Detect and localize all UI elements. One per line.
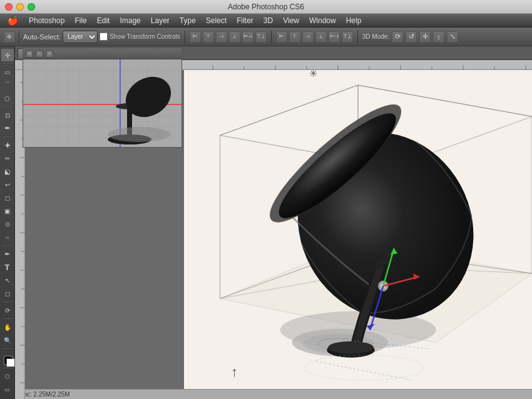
tool-brush[interactable]: ✏ [1,152,14,164]
tool-select-rect[interactable]: ▭ [1,66,14,78]
3d-mode-label: 3D Mode: [362,33,389,40]
maximize-button[interactable] [28,3,35,11]
tool-crop[interactable]: ⊡ [1,109,14,121]
menu-window[interactable]: Window [305,15,340,26]
auto-select-dropdown[interactable]: Layer Group [63,31,98,43]
tool-sep-6 [3,318,13,319]
canvas-area[interactable]: × Untitled-1 @ 100% (glass, RGB/8) * [15,46,532,399]
3d-pan-btn[interactable]: ✛ [419,31,431,43]
3d-scene-svg [184,60,532,399]
tool-shape[interactable]: ◻ [1,287,14,300]
tool-lasso[interactable]: ⌒ [1,79,14,91]
background-color[interactable] [6,358,15,367]
show-transform-label[interactable]: Show Transform Controls [100,33,180,41]
quick-mask-btn[interactable]: ⬡ [1,370,14,383]
toolbar-sep-2 [185,31,185,43]
menu-select[interactable]: Select [202,15,231,26]
tool-sep-1 [3,63,13,64]
mini-canvas-view [23,59,182,147]
main-area: ✣ ▭ ⌒ ⬡ ⊡ ✒ ✚ ✏ ⬕ ↩ ◻ ▣ ⊙ ○ ✒ T ↖ ◻ ⟳ ✋ … [0,46,532,399]
align-left-btn[interactable]: ⊢ [190,31,201,43]
close-button[interactable] [5,3,13,11]
tool-sep-8 [3,368,13,368]
3d-scene[interactable]: ✳ [184,60,532,399]
dist-left-btn[interactable]: ⊢ [276,31,287,43]
tool-eraser[interactable]: ◻ [1,191,14,204]
svg-point-63 [328,341,374,354]
screen-mode-btn[interactable]: ▭ [1,383,14,396]
menu-help[interactable]: Help [342,15,366,26]
align-center-v-btn[interactable]: ⊤ [203,31,214,43]
toolbar-sep-4 [357,31,358,43]
tool-heal[interactable]: ✚ [1,139,14,151]
tool-sep-5 [3,301,13,302]
tool-history-brush[interactable]: ↩ [1,178,14,191]
tool-zoom[interactable]: 🔍 [1,334,14,346]
dist-center-h-btn[interactable]: ⊢⊣ [329,31,340,43]
align-group: ⊢ ⊤ ⊣ ⊥ ⊢⊣ ⊤⊥ [190,31,267,43]
tool-quick-select[interactable]: ⬡ [1,92,14,104]
color-swatches [1,353,14,366]
svg-point-46 [108,127,170,142]
transform-arrow: ↑ [231,364,238,380]
tool-pen[interactable]: ✒ [1,248,14,260]
dist-right-btn[interactable]: ⊣ [302,31,314,43]
align-right-btn[interactable]: ⊣ [216,31,227,43]
tool-sep-7 [3,348,13,349]
menu-layer[interactable]: Layer [146,15,174,26]
show-transform-checkbox[interactable] [100,33,108,41]
doc-info: Doc: 2.25M/2.25M [19,391,70,398]
mini-preview-header: × − + [23,48,182,59]
mini-preview-controls: × − + [26,50,53,58]
tool-eyedropper[interactable]: ✒ [1,122,14,134]
mini-close-btn[interactable]: × [26,50,33,58]
cursor-indicator: ✳ [309,68,317,79]
tool-stamp[interactable]: ⬕ [1,165,14,178]
mini-collapse-btn[interactable]: − [36,50,43,58]
tool-sep-4 [3,245,13,246]
title-bar: Adobe Photoshop CS6 [0,0,532,14]
window-title: Adobe Photoshop CS6 [228,3,304,11]
move-tool-icon[interactable]: ✣ [4,31,15,43]
tool-hand[interactable]: ✋ [1,321,14,333]
menu-image[interactable]: Image [115,15,145,26]
minimize-button[interactable] [16,3,24,11]
tool-text[interactable]: T [1,261,14,273]
tool-move[interactable]: ✣ [1,49,14,61]
tool-3d[interactable]: ⟳ [1,304,14,316]
toolbar-sep-1 [19,31,19,43]
svg-point-75 [304,355,424,380]
status-bar: Doc: 2.25M/2.25M [15,389,532,399]
3d-roll-btn[interactable]: ↺ [406,31,417,43]
navigator-preview: × − + [23,48,182,148]
dist-top-btn[interactable]: ⊥ [315,31,327,43]
menu-file[interactable]: File [70,15,91,26]
menu-view[interactable]: View [279,15,304,26]
options-toolbar: ✣ Auto-Select: Layer Group Show Transfor… [0,28,532,46]
3d-slide-btn[interactable]: ↕ [433,31,444,43]
tool-gradient[interactable]: ▣ [1,205,14,217]
menu-filter[interactable]: Filter [232,15,258,26]
align-bottom-btn[interactable]: ⊤⊥ [255,31,267,43]
menu-edit[interactable]: Edit [93,15,115,26]
menu-3d[interactable]: 3D [259,15,277,26]
tool-blur[interactable]: ⊙ [1,218,14,230]
3d-scale-btn[interactable]: ⤡ [447,31,458,43]
menu-bar: 🍎 Photoshop File Edit Image Layer Type S… [0,14,532,28]
tool-dodge[interactable]: ○ [1,231,14,243]
tool-sep-2 [3,106,13,107]
3d-rotate-btn[interactable]: ⟳ [392,31,403,43]
toolbar-sep-3 [271,31,272,43]
dist-bottom-btn[interactable]: ⊤⊥ [342,31,353,43]
mini-expand-btn[interactable]: + [46,50,53,58]
align-top-btn[interactable]: ⊥ [229,31,240,43]
menu-photoshop[interactable]: Photoshop [24,15,69,26]
tool-path-select[interactable]: ↖ [1,274,14,286]
menu-type[interactable]: Type [175,15,200,26]
align-center-h-btn[interactable]: ⊢⊣ [242,31,253,43]
tool-sep-3 [3,136,13,137]
apple-menu[interactable]: 🍎 [3,16,23,26]
window-controls [0,3,35,11]
distribute-group: ⊢ ⊤ ⊣ ⊥ ⊢⊣ ⊤⊥ [276,31,353,43]
dist-center-v-btn[interactable]: ⊤ [289,31,300,43]
